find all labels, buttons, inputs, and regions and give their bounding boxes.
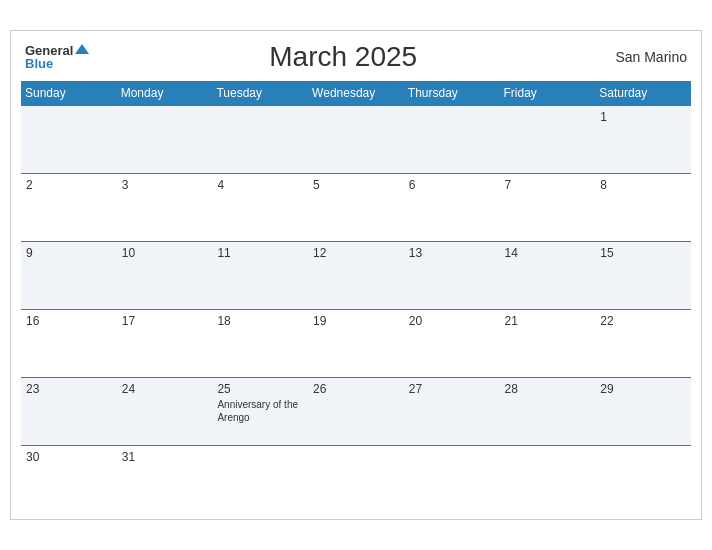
calendar-cell: 10 xyxy=(117,241,213,309)
calendar-cell: 9 xyxy=(21,241,117,309)
calendar-cell: 31 xyxy=(117,445,213,513)
day-number: 24 xyxy=(122,382,208,396)
calendar-cell: 21 xyxy=(500,309,596,377)
calendar-cell: 27 xyxy=(404,377,500,445)
weekday-header-tuesday: Tuesday xyxy=(212,81,308,106)
calendar-week-row: 1 xyxy=(21,105,691,173)
day-number: 22 xyxy=(600,314,686,328)
day-number: 29 xyxy=(600,382,686,396)
calendar-cell: 20 xyxy=(404,309,500,377)
calendar-cell xyxy=(500,445,596,513)
day-number: 9 xyxy=(26,246,112,260)
day-number: 31 xyxy=(122,450,208,464)
calendar-cell xyxy=(404,105,500,173)
calendar-cell: 1 xyxy=(595,105,691,173)
day-number: 8 xyxy=(600,178,686,192)
calendar-week-row: 9101112131415 xyxy=(21,241,691,309)
calendar-cell: 29 xyxy=(595,377,691,445)
day-number: 1 xyxy=(600,110,686,124)
day-number: 6 xyxy=(409,178,495,192)
calendar-cell: 7 xyxy=(500,173,596,241)
day-number: 30 xyxy=(26,450,112,464)
day-number: 25 xyxy=(217,382,303,396)
day-number: 12 xyxy=(313,246,399,260)
day-number: 13 xyxy=(409,246,495,260)
day-number: 2 xyxy=(26,178,112,192)
weekday-header-monday: Monday xyxy=(117,81,213,106)
day-number: 10 xyxy=(122,246,208,260)
calendar-cell: 5 xyxy=(308,173,404,241)
event-label: Anniversary of the Arengo xyxy=(217,398,303,424)
calendar-week-row: 232425Anniversary of the Arengo26272829 xyxy=(21,377,691,445)
weekday-header-sunday: Sunday xyxy=(21,81,117,106)
calendar-week-row: 16171819202122 xyxy=(21,309,691,377)
calendar-country: San Marino xyxy=(597,49,687,65)
calendar-cell: 11 xyxy=(212,241,308,309)
calendar-table: SundayMondayTuesdayWednesdayThursdayFrid… xyxy=(21,81,691,514)
calendar-header: General Blue March 2025 San Marino xyxy=(21,41,691,73)
weekday-header-saturday: Saturday xyxy=(595,81,691,106)
day-number: 15 xyxy=(600,246,686,260)
logo-blue-text: Blue xyxy=(25,57,89,70)
calendar-cell xyxy=(212,105,308,173)
calendar-cell xyxy=(117,105,213,173)
calendar-cell: 3 xyxy=(117,173,213,241)
day-number: 11 xyxy=(217,246,303,260)
calendar-week-row: 2345678 xyxy=(21,173,691,241)
calendar-cell: 12 xyxy=(308,241,404,309)
day-number: 4 xyxy=(217,178,303,192)
calendar-cell: 6 xyxy=(404,173,500,241)
calendar-cell: 19 xyxy=(308,309,404,377)
day-number: 21 xyxy=(505,314,591,328)
logo-general-text: General xyxy=(25,44,89,57)
calendar-cell: 24 xyxy=(117,377,213,445)
calendar-cell xyxy=(308,105,404,173)
day-number: 5 xyxy=(313,178,399,192)
calendar-cell: 4 xyxy=(212,173,308,241)
day-number: 17 xyxy=(122,314,208,328)
calendar-cell: 17 xyxy=(117,309,213,377)
calendar-title: March 2025 xyxy=(89,41,597,73)
calendar-cell xyxy=(500,105,596,173)
logo: General Blue xyxy=(25,44,89,70)
calendar-cell xyxy=(595,445,691,513)
day-number: 28 xyxy=(505,382,591,396)
calendar-thead: SundayMondayTuesdayWednesdayThursdayFrid… xyxy=(21,81,691,106)
calendar-cell: 13 xyxy=(404,241,500,309)
calendar-cell: 30 xyxy=(21,445,117,513)
calendar-cell: 18 xyxy=(212,309,308,377)
calendar-cell: 26 xyxy=(308,377,404,445)
calendar-body: 1234567891011121314151617181920212223242… xyxy=(21,105,691,513)
day-number: 26 xyxy=(313,382,399,396)
day-number: 18 xyxy=(217,314,303,328)
calendar-cell: 15 xyxy=(595,241,691,309)
calendar-cell xyxy=(212,445,308,513)
calendar-cell: 23 xyxy=(21,377,117,445)
day-number: 7 xyxy=(505,178,591,192)
calendar-cell: 25Anniversary of the Arengo xyxy=(212,377,308,445)
day-number: 19 xyxy=(313,314,399,328)
calendar-container: General Blue March 2025 San Marino Sunda… xyxy=(10,30,702,521)
calendar-cell: 28 xyxy=(500,377,596,445)
calendar-cell xyxy=(404,445,500,513)
calendar-cell: 8 xyxy=(595,173,691,241)
weekday-header-row: SundayMondayTuesdayWednesdayThursdayFrid… xyxy=(21,81,691,106)
day-number: 20 xyxy=(409,314,495,328)
weekday-header-thursday: Thursday xyxy=(404,81,500,106)
calendar-cell: 14 xyxy=(500,241,596,309)
day-number: 3 xyxy=(122,178,208,192)
calendar-week-row: 3031 xyxy=(21,445,691,513)
calendar-cell xyxy=(21,105,117,173)
day-number: 23 xyxy=(26,382,112,396)
day-number: 16 xyxy=(26,314,112,328)
day-number: 27 xyxy=(409,382,495,396)
weekday-header-wednesday: Wednesday xyxy=(308,81,404,106)
calendar-cell: 2 xyxy=(21,173,117,241)
day-number: 14 xyxy=(505,246,591,260)
logo-triangle-icon xyxy=(75,44,89,54)
calendar-cell: 16 xyxy=(21,309,117,377)
calendar-cell: 22 xyxy=(595,309,691,377)
calendar-cell xyxy=(308,445,404,513)
weekday-header-friday: Friday xyxy=(500,81,596,106)
